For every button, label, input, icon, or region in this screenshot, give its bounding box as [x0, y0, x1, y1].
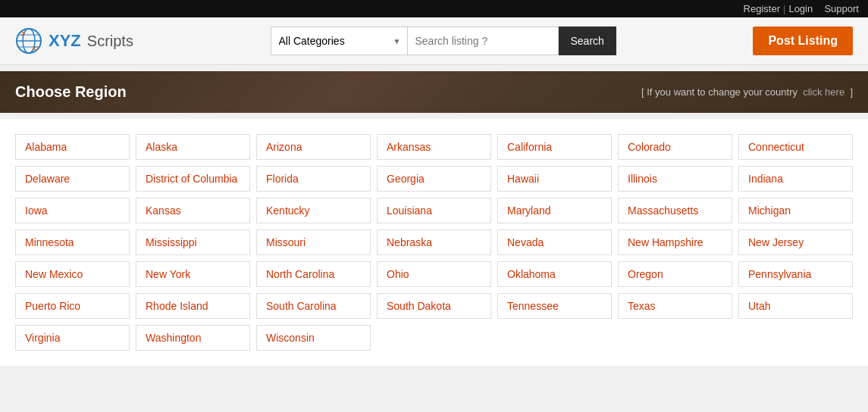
state-link[interactable]: North Carolina	[256, 261, 371, 287]
search-input[interactable]	[407, 27, 559, 55]
state-link[interactable]: Kentucky	[256, 198, 371, 223]
state-link[interactable]: Michigan	[738, 198, 853, 223]
post-listing-button[interactable]: Post Listing	[753, 27, 853, 55]
state-link[interactable]: Georgia	[377, 166, 491, 192]
state-link[interactable]: New Hampshire	[618, 229, 732, 255]
state-link[interactable]: Arkansas	[377, 134, 491, 160]
search-button[interactable]: Search	[559, 27, 616, 55]
states-container: AlabamaAlaskaArizonaArkansasCaliforniaCo…	[0, 119, 868, 366]
state-link[interactable]: Indiana	[738, 166, 853, 192]
state-link[interactable]: Nebraska	[377, 229, 491, 255]
state-link[interactable]: Oklahoma	[497, 261, 612, 287]
state-link[interactable]: Delaware	[15, 166, 130, 192]
region-change-link[interactable]: click here	[803, 86, 844, 98]
region-change-end: ]	[850, 86, 853, 98]
state-link[interactable]: Alaska	[136, 134, 250, 160]
register-link[interactable]: Register	[744, 3, 780, 14]
login-link[interactable]: Login	[788, 3, 813, 14]
state-link[interactable]: Pennsylvania	[738, 261, 853, 287]
state-link[interactable]: Hawaii	[497, 166, 612, 192]
state-link[interactable]: Wisconsin	[256, 325, 371, 351]
category-select-wrapper: All Categories Business Services Real Es…	[271, 27, 407, 55]
state-link[interactable]: Virginia	[15, 325, 130, 351]
category-select[interactable]: All Categories Business Services Real Es…	[271, 27, 407, 55]
state-link[interactable]: Mississippi	[136, 229, 250, 255]
region-banner: Choose Region [ If you want to change yo…	[0, 71, 868, 113]
state-link[interactable]: Arizona	[256, 134, 371, 160]
state-link[interactable]: Iowa	[15, 198, 130, 223]
state-link[interactable]: Massachusetts	[618, 198, 732, 223]
state-link[interactable]: California	[497, 134, 612, 160]
top-bar: Register | Login Support	[0, 0, 868, 17]
globe-icon	[15, 27, 42, 55]
state-link[interactable]: Washington	[136, 325, 250, 351]
state-link[interactable]: Minnesota	[15, 229, 130, 255]
logo-scripts: Scripts	[87, 33, 133, 50]
logo[interactable]: XYZ Scripts	[15, 27, 133, 55]
region-title: Choose Region	[15, 83, 127, 101]
state-link[interactable]: Tennessee	[497, 293, 612, 319]
states-grid: AlabamaAlaskaArizonaArkansasCaliforniaCo…	[15, 134, 853, 351]
state-link[interactable]: Louisiana	[377, 198, 491, 223]
state-link[interactable]: Illinois	[618, 166, 732, 192]
state-link[interactable]: Oregon	[618, 261, 732, 287]
separator: |	[783, 3, 785, 14]
header: XYZ Scripts All Categories Business Serv…	[0, 17, 868, 65]
state-link[interactable]: Connecticut	[738, 134, 853, 160]
logo-xyz: XYZ	[49, 31, 81, 51]
state-link[interactable]: Nevada	[497, 229, 612, 255]
top-bar-gap	[816, 3, 821, 14]
state-link[interactable]: South Carolina	[256, 293, 371, 319]
support-link[interactable]: Support	[824, 3, 859, 14]
region-change: [ If you want to change your country cli…	[641, 86, 853, 98]
state-link[interactable]: New York	[136, 261, 250, 287]
region-change-text: [ If you want to change your country	[641, 86, 797, 98]
search-area: All Categories Business Services Real Es…	[271, 27, 616, 55]
state-link[interactable]: South Dakota	[377, 293, 491, 319]
state-link[interactable]: Texas	[618, 293, 732, 319]
state-link[interactable]: Maryland	[497, 198, 612, 223]
state-link[interactable]: Ohio	[377, 261, 491, 287]
state-link[interactable]: New Jersey	[738, 229, 853, 255]
state-link[interactable]: District of Columbia	[136, 166, 250, 192]
state-link[interactable]: New Mexico	[15, 261, 130, 287]
state-link[interactable]: Puerto Rico	[15, 293, 130, 319]
state-link[interactable]: Colorado	[618, 134, 732, 160]
state-link[interactable]: Alabama	[15, 134, 130, 160]
state-link[interactable]: Florida	[256, 166, 371, 192]
state-link[interactable]: Utah	[738, 293, 853, 319]
state-link[interactable]: Kansas	[136, 198, 250, 223]
state-link[interactable]: Rhode Island	[136, 293, 250, 319]
state-link[interactable]: Missouri	[256, 229, 371, 255]
